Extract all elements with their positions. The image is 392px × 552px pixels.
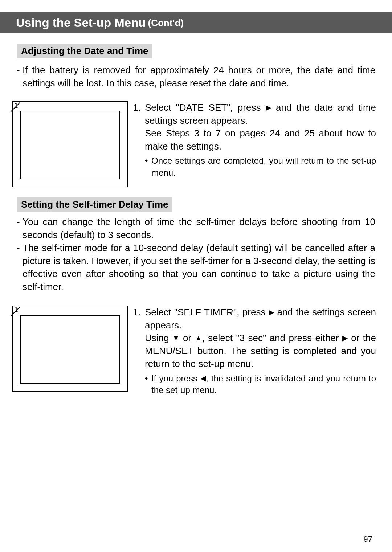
figure-inner-frame bbox=[20, 111, 120, 179]
section1-intro: - If the battery is removed for approxim… bbox=[17, 64, 375, 90]
section2-bullet-a: If you press bbox=[151, 373, 200, 383]
figure-1a: 1 bbox=[12, 101, 128, 187]
section2-step-line2c: , select "3 sec" and press either bbox=[202, 332, 342, 343]
page-number: 97 bbox=[364, 535, 372, 544]
section1-heading: Adjusting the Date and Time bbox=[17, 44, 152, 58]
section1-intro-text: If the battery is removed for approximat… bbox=[23, 64, 375, 90]
bullet-icon: • bbox=[145, 155, 151, 179]
section2-step: 1. Select "SELF TIMER", press ▶ and the … bbox=[133, 306, 376, 396]
title-bar: Using the Set-up Menu (Cont'd) bbox=[0, 12, 392, 33]
section2-heading-wrap: Setting the Self-timer Delay Time bbox=[17, 197, 172, 212]
step-number: 1. bbox=[133, 101, 145, 127]
manual-page: Using the Set-up Menu (Cont'd) Adjusting… bbox=[0, 0, 392, 552]
figure-number: 1 bbox=[14, 102, 18, 110]
section2-step-line1: Select "SELF TIMER", press ▶ and the set… bbox=[145, 306, 376, 332]
section2-heading: Setting the Self-timer Delay Time bbox=[17, 197, 172, 212]
dash-icon: - bbox=[17, 64, 23, 90]
section2-step-line2b: or bbox=[180, 332, 195, 343]
section1-step-line1: Select "DATE SET", press ▶ and the date … bbox=[145, 101, 376, 127]
page-title-sub: (Cont'd) bbox=[148, 17, 184, 29]
bullet-icon: • bbox=[145, 373, 151, 396]
section2-step-line1a: Select "SELF TIMER", press bbox=[145, 307, 269, 318]
section1-bullet-text: Once settings are completed, you will re… bbox=[151, 155, 376, 179]
section2-intro1: - You can change the length of time the … bbox=[17, 216, 375, 241]
section2-step-line2: Using ▼ or ▲, select "3 sec" and press e… bbox=[133, 332, 376, 371]
section1-heading-wrap: Adjusting the Date and Time bbox=[17, 44, 152, 58]
dash-icon: - bbox=[17, 216, 23, 241]
page-title-main: Using the Set-up Menu bbox=[16, 16, 146, 30]
section2-bullet: • If you press ◀, the setting is invalid… bbox=[133, 373, 376, 396]
section2-intro2-text: The self-timer mode for a 10-second dela… bbox=[23, 242, 375, 293]
section1-step-line1a: Select "DATE SET", press bbox=[145, 102, 266, 113]
figure-1b: 1 bbox=[12, 306, 128, 392]
dash-icon: - bbox=[17, 242, 23, 293]
section1-bullet: • Once settings are completed, you will … bbox=[133, 155, 376, 179]
section2-intro2: - The self-timer mode for a 10-second de… bbox=[17, 242, 375, 293]
section2-step-line2a: Using bbox=[145, 332, 172, 343]
section2-intro1-text: You can change the length of time the se… bbox=[23, 216, 375, 241]
figure-inner-frame bbox=[20, 315, 120, 384]
section1-step-line2: See Steps 3 to 7 on pages 24 and 25 abou… bbox=[133, 127, 376, 153]
step-number: 1. bbox=[133, 306, 145, 332]
figure-number: 1 bbox=[14, 306, 18, 314]
section1-step: 1. Select "DATE SET", press ▶ and the da… bbox=[133, 101, 376, 179]
section2-bullet-text: If you press ◀, the setting is invalidat… bbox=[151, 373, 376, 396]
